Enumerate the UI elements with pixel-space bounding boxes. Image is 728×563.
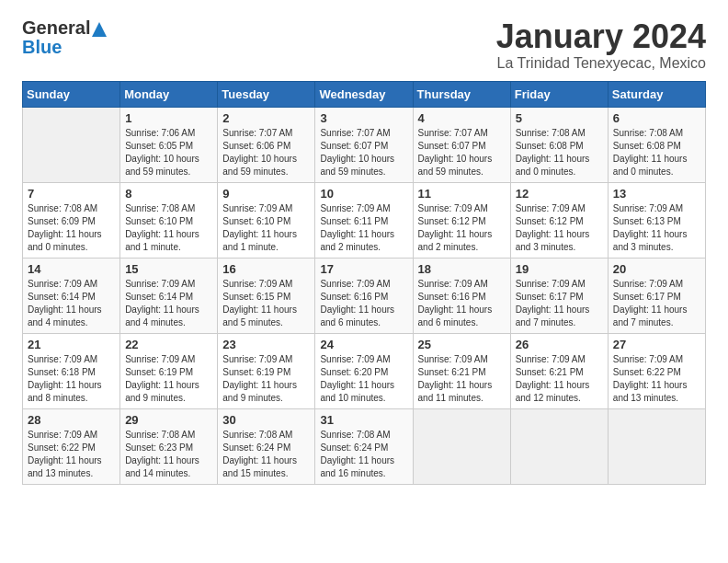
day-number: 16 bbox=[222, 262, 310, 276]
day-info: Sunrise: 7:09 AMSunset: 6:17 PMDaylight:… bbox=[516, 278, 603, 329]
day-number: 10 bbox=[320, 187, 407, 201]
day-info: Sunrise: 7:08 AMSunset: 6:23 PMDaylight:… bbox=[125, 429, 212, 480]
table-row: 2Sunrise: 7:07 AMSunset: 6:06 PMDaylight… bbox=[218, 107, 315, 182]
table-row: 15Sunrise: 7:09 AMSunset: 6:14 PMDayligh… bbox=[120, 258, 218, 333]
day-number: 2 bbox=[222, 111, 310, 125]
day-number: 6 bbox=[613, 111, 700, 125]
day-number: 19 bbox=[516, 262, 603, 276]
day-info: Sunrise: 7:09 AMSunset: 6:21 PMDaylight:… bbox=[516, 353, 603, 405]
logo-icon bbox=[91, 21, 108, 38]
table-row: 4Sunrise: 7:07 AMSunset: 6:07 PMDaylight… bbox=[413, 107, 510, 182]
col-saturday: Saturday bbox=[608, 81, 705, 107]
day-info: Sunrise: 7:07 AMSunset: 6:07 PMDaylight:… bbox=[320, 127, 407, 178]
day-number: 11 bbox=[418, 187, 506, 201]
day-info: Sunrise: 7:07 AMSunset: 6:06 PMDaylight:… bbox=[222, 127, 310, 178]
title-block: January 2024 La Trinidad Tenexyecac, Mex… bbox=[496, 18, 706, 72]
day-info: Sunrise: 7:09 AMSunset: 6:22 PMDaylight:… bbox=[613, 353, 700, 405]
table-row: 24Sunrise: 7:09 AMSunset: 6:20 PMDayligh… bbox=[315, 333, 413, 408]
logo-text: General Blue bbox=[22, 18, 108, 56]
calendar-week-row: 7Sunrise: 7:08 AMSunset: 6:09 PMDaylight… bbox=[23, 182, 706, 258]
table-row: 7Sunrise: 7:08 AMSunset: 6:09 PMDaylight… bbox=[23, 182, 120, 258]
day-number: 13 bbox=[613, 187, 700, 201]
day-number: 17 bbox=[320, 262, 407, 276]
day-number: 18 bbox=[418, 262, 506, 276]
day-info: Sunrise: 7:09 AMSunset: 6:12 PMDaylight:… bbox=[516, 202, 603, 254]
header: General Blue January 2024 La Trinidad Te… bbox=[22, 18, 706, 72]
col-thursday: Thursday bbox=[413, 81, 510, 107]
calendar-table: Sunday Monday Tuesday Wednesday Thursday… bbox=[22, 81, 706, 485]
day-number: 7 bbox=[28, 187, 115, 201]
col-monday: Monday bbox=[120, 81, 218, 107]
table-row: 12Sunrise: 7:09 AMSunset: 6:12 PMDayligh… bbox=[510, 182, 608, 258]
table-row: 16Sunrise: 7:09 AMSunset: 6:15 PMDayligh… bbox=[218, 258, 315, 333]
day-number: 5 bbox=[516, 111, 603, 125]
day-number: 8 bbox=[125, 187, 212, 201]
col-wednesday: Wednesday bbox=[315, 81, 413, 107]
table-row: 19Sunrise: 7:09 AMSunset: 6:17 PMDayligh… bbox=[510, 258, 608, 333]
table-row: 27Sunrise: 7:09 AMSunset: 6:22 PMDayligh… bbox=[608, 333, 705, 408]
col-tuesday: Tuesday bbox=[218, 81, 315, 107]
calendar-header-row: Sunday Monday Tuesday Wednesday Thursday… bbox=[23, 81, 706, 107]
day-info: Sunrise: 7:09 AMSunset: 6:22 PMDaylight:… bbox=[28, 429, 115, 480]
day-number: 29 bbox=[125, 413, 212, 427]
day-info: Sunrise: 7:09 AMSunset: 6:12 PMDaylight:… bbox=[418, 202, 506, 254]
day-number: 28 bbox=[28, 413, 115, 427]
day-number: 25 bbox=[418, 338, 506, 351]
logo-blue: Blue bbox=[22, 37, 62, 57]
table-row: 6Sunrise: 7:08 AMSunset: 6:08 PMDaylight… bbox=[608, 107, 705, 182]
table-row: 10Sunrise: 7:09 AMSunset: 6:11 PMDayligh… bbox=[315, 182, 413, 258]
table-row: 23Sunrise: 7:09 AMSunset: 6:19 PMDayligh… bbox=[218, 333, 315, 408]
day-info: Sunrise: 7:09 AMSunset: 6:16 PMDaylight:… bbox=[418, 278, 506, 329]
day-info: Sunrise: 7:08 AMSunset: 6:08 PMDaylight:… bbox=[516, 127, 603, 178]
table-row: 9Sunrise: 7:09 AMSunset: 6:10 PMDaylight… bbox=[218, 182, 315, 258]
day-info: Sunrise: 7:09 AMSunset: 6:10 PMDaylight:… bbox=[222, 202, 310, 254]
table-row: 25Sunrise: 7:09 AMSunset: 6:21 PMDayligh… bbox=[413, 333, 510, 408]
table-row: 22Sunrise: 7:09 AMSunset: 6:19 PMDayligh… bbox=[120, 333, 218, 408]
day-number: 1 bbox=[125, 111, 212, 125]
logo-general: General bbox=[22, 17, 90, 38]
day-info: Sunrise: 7:09 AMSunset: 6:19 PMDaylight:… bbox=[222, 353, 310, 405]
day-info: Sunrise: 7:09 AMSunset: 6:14 PMDaylight:… bbox=[125, 278, 212, 329]
day-number: 26 bbox=[516, 338, 603, 351]
day-info: Sunrise: 7:08 AMSunset: 6:08 PMDaylight:… bbox=[613, 127, 700, 178]
day-info: Sunrise: 7:09 AMSunset: 6:18 PMDaylight:… bbox=[28, 353, 115, 405]
day-number: 24 bbox=[320, 338, 407, 351]
day-number: 21 bbox=[28, 338, 115, 351]
col-friday: Friday bbox=[510, 81, 608, 107]
table-row: 31Sunrise: 7:08 AMSunset: 6:24 PMDayligh… bbox=[315, 408, 413, 484]
day-number: 22 bbox=[125, 338, 212, 351]
day-number: 15 bbox=[125, 262, 212, 276]
table-row bbox=[608, 408, 705, 484]
day-info: Sunrise: 7:09 AMSunset: 6:11 PMDaylight:… bbox=[320, 202, 407, 254]
table-row bbox=[23, 107, 120, 182]
location: La Trinidad Tenexyecac, Mexico bbox=[496, 55, 706, 72]
table-row bbox=[413, 408, 510, 484]
day-number: 9 bbox=[222, 187, 310, 201]
table-row: 28Sunrise: 7:09 AMSunset: 6:22 PMDayligh… bbox=[23, 408, 120, 484]
table-row: 30Sunrise: 7:08 AMSunset: 6:24 PMDayligh… bbox=[218, 408, 315, 484]
table-row: 20Sunrise: 7:09 AMSunset: 6:17 PMDayligh… bbox=[608, 258, 705, 333]
day-number: 3 bbox=[320, 111, 407, 125]
day-info: Sunrise: 7:09 AMSunset: 6:20 PMDaylight:… bbox=[320, 353, 407, 405]
day-number: 14 bbox=[28, 262, 115, 276]
svg-marker-0 bbox=[92, 22, 107, 37]
table-row: 3Sunrise: 7:07 AMSunset: 6:07 PMDaylight… bbox=[315, 107, 413, 182]
day-info: Sunrise: 7:08 AMSunset: 6:09 PMDaylight:… bbox=[28, 202, 115, 254]
day-info: Sunrise: 7:08 AMSunset: 6:24 PMDaylight:… bbox=[320, 429, 407, 480]
day-info: Sunrise: 7:09 AMSunset: 6:13 PMDaylight:… bbox=[613, 202, 700, 254]
calendar-week-row: 14Sunrise: 7:09 AMSunset: 6:14 PMDayligh… bbox=[23, 258, 706, 333]
table-row: 14Sunrise: 7:09 AMSunset: 6:14 PMDayligh… bbox=[23, 258, 120, 333]
day-info: Sunrise: 7:09 AMSunset: 6:15 PMDaylight:… bbox=[222, 278, 310, 329]
day-info: Sunrise: 7:09 AMSunset: 6:16 PMDaylight:… bbox=[320, 278, 407, 329]
day-number: 27 bbox=[613, 338, 700, 351]
calendar-week-row: 28Sunrise: 7:09 AMSunset: 6:22 PMDayligh… bbox=[23, 408, 706, 484]
day-number: 30 bbox=[222, 413, 310, 427]
table-row: 11Sunrise: 7:09 AMSunset: 6:12 PMDayligh… bbox=[413, 182, 510, 258]
table-row: 1Sunrise: 7:06 AMSunset: 6:05 PMDaylight… bbox=[120, 107, 218, 182]
table-row: 29Sunrise: 7:08 AMSunset: 6:23 PMDayligh… bbox=[120, 408, 218, 484]
table-row: 21Sunrise: 7:09 AMSunset: 6:18 PMDayligh… bbox=[23, 333, 120, 408]
day-number: 20 bbox=[613, 262, 700, 276]
table-row: 26Sunrise: 7:09 AMSunset: 6:21 PMDayligh… bbox=[510, 333, 608, 408]
logo: General Blue bbox=[22, 18, 108, 56]
month-title: January 2024 bbox=[496, 18, 706, 55]
